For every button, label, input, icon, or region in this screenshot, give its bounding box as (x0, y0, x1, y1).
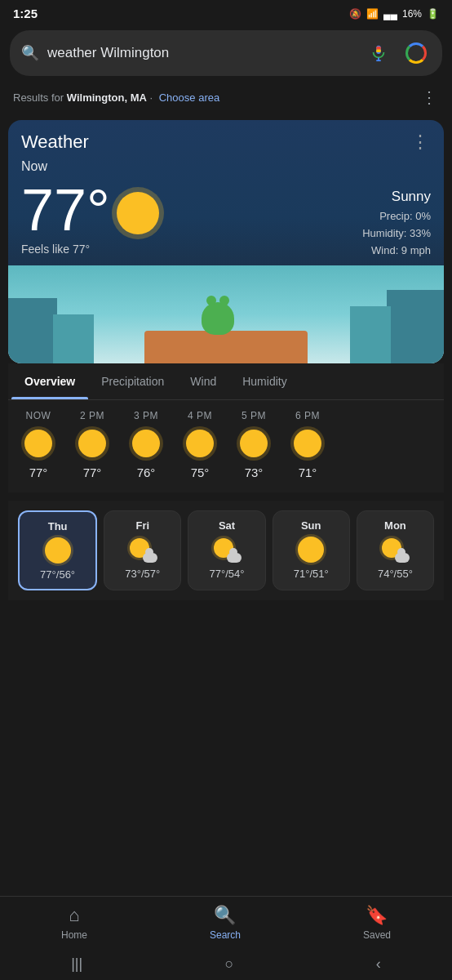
weather-header: Weather ⋮ (8, 120, 444, 159)
hour-sun-3 (186, 430, 214, 457)
day-sun-mon (382, 537, 408, 563)
results-location: Wilmington, MA (67, 91, 147, 104)
weather-main: 77° Feels like 77° Sunny Precip: 0% Humi… (8, 177, 444, 259)
sun-icon-large (117, 192, 159, 234)
status-time: 1:25 (13, 7, 38, 20)
nav-home[interactable]: ⌂ Home (61, 905, 87, 941)
tab-humidity[interactable]: Humidity (229, 363, 299, 399)
day-card-sun[interactable]: Sun 71°/51° (273, 510, 350, 590)
day-temps-fri: 73°/57° (125, 568, 160, 580)
hour-temp-0: 77° (29, 466, 48, 479)
feels-like: Feels like 77° (21, 243, 159, 256)
hour-label-0: NOW (26, 410, 51, 421)
search-query: weather Wilmington (47, 45, 356, 61)
temp-row: 77° (21, 180, 159, 239)
hour-item-4: 5 PM 73° (233, 410, 274, 479)
tab-overview[interactable]: Overview (11, 363, 88, 399)
hour-sun-0 (24, 430, 52, 457)
hour-temp-1: 77° (83, 466, 102, 479)
back-button[interactable]: ‹ (376, 956, 381, 973)
day-card-sat[interactable]: Sat 77°/54° (188, 510, 265, 590)
choose-area-link[interactable]: Choose area (159, 91, 219, 104)
day-temps-sat: 77°/54° (210, 568, 245, 580)
tab-wind[interactable]: Wind (177, 363, 229, 399)
hour-sun-5 (294, 430, 321, 457)
day-sun-fri (130, 537, 156, 563)
hour-item-5: 6 PM 71° (287, 410, 328, 479)
hour-label-3: 4 PM (188, 410, 212, 421)
hour-temp-2: 76° (137, 466, 156, 479)
mic-button[interactable] (364, 38, 393, 68)
nav-saved[interactable]: 🔖 Saved (363, 905, 391, 941)
day-temps-mon: 74°/55° (378, 568, 413, 580)
weather-illustration (8, 265, 444, 363)
daily-row: Thu 77°/56° Fri 73°/57° Sat (18, 510, 434, 590)
bottom-nav: ⌂ Home 🔍 Search 🔖 Saved (0, 896, 452, 947)
results-line: Results for Wilmington, MA · Choose area… (0, 82, 452, 112)
search-nav-icon: 🔍 (214, 905, 236, 926)
hour-label-1: 2 PM (80, 410, 104, 421)
day-name-sun: Sun (301, 519, 321, 532)
recent-apps-button[interactable]: ||| (71, 956, 82, 973)
hour-temp-5: 71° (299, 466, 317, 479)
tab-precipitation[interactable]: Precipitation (88, 363, 177, 399)
search-container: 🔍 weather Wilmington (0, 24, 452, 82)
day-name-thu: Thu (48, 520, 68, 532)
weather-right: Sunny Precip: 0% Humidity: 33% Wind: 9 m… (362, 180, 431, 259)
day-card-mon[interactable]: Mon 74°/55° (357, 510, 434, 590)
results-menu-dots[interactable]: ⋮ (421, 87, 439, 107)
hour-sun-4 (240, 430, 268, 457)
nav-search[interactable]: 🔍 Search (210, 905, 241, 941)
hour-item-1: 2 PM 77° (72, 410, 113, 479)
day-sun-sat (214, 537, 240, 563)
building-right (387, 290, 444, 363)
weather-card: Weather ⋮ Now 77° Feels like 77° Sunny P… (8, 120, 444, 363)
saved-icon: 🔖 (366, 905, 388, 926)
hourly-section: NOW 77° 2 PM 77° 3 PM 76° 4 PM 75° 5 PM … (8, 400, 444, 492)
precip-value: Precip: 0% (362, 208, 431, 225)
daily-section: Thu 77°/56° Fri 73°/57° Sat (8, 501, 444, 600)
humidity-value: Humidity: 33% (362, 225, 431, 243)
battery-icon: 🔋 (427, 8, 439, 20)
day-card-fri[interactable]: Fri 73°/57° (104, 510, 181, 590)
day-name-mon: Mon (384, 519, 406, 532)
weather-title: Weather (21, 131, 89, 153)
illustration-background (8, 265, 444, 363)
weather-menu-dots[interactable]: ⋮ (411, 131, 431, 153)
day-name-fri: Fri (135, 519, 149, 532)
building-right2 (350, 306, 391, 363)
hourly-row: NOW 77° 2 PM 77° 3 PM 76° 4 PM 75° 5 PM … (8, 410, 444, 479)
day-sun-thu (45, 537, 71, 564)
status-bar: 1:25 🔕 📶 ▄▄ 16% 🔋 (0, 0, 452, 24)
day-card-thu[interactable]: Thu 77°/56° (18, 510, 97, 590)
nav-home-label: Home (61, 929, 87, 941)
hour-label-5: 6 PM (295, 410, 320, 421)
hour-sun-2 (132, 430, 160, 457)
deck (144, 331, 308, 363)
hour-label-2: 3 PM (134, 410, 158, 421)
battery-label: 16% (402, 8, 422, 20)
building-left (8, 298, 57, 363)
mute-icon: 🔕 (349, 8, 361, 20)
hour-sun-1 (78, 430, 106, 457)
tabs-container: Overview Precipitation Wind Humidity (8, 363, 444, 400)
condition-details: Precip: 0% Humidity: 33% Wind: 9 mph (362, 208, 431, 259)
lens-button[interactable] (401, 38, 431, 68)
home-icon: ⌂ (69, 905, 79, 926)
frog-character (202, 302, 234, 335)
search-bar[interactable]: 🔍 weather Wilmington (10, 30, 442, 76)
day-name-sat: Sat (219, 519, 235, 532)
day-sun-sun (298, 537, 324, 563)
tabs-row: Overview Precipitation Wind Humidity (8, 363, 444, 400)
day-temps-sun: 71°/51° (294, 568, 329, 580)
hour-temp-4: 73° (245, 466, 264, 479)
nav-search-label: Search (210, 929, 241, 941)
condition-label: Sunny (362, 189, 431, 205)
day-temps-thu: 77°/56° (40, 568, 75, 581)
signal-icon: ▄▄ (383, 8, 397, 20)
home-button[interactable]: ○ (225, 956, 234, 973)
temperature: 77° (21, 180, 110, 239)
hour-temp-3: 75° (191, 466, 210, 479)
system-nav: ||| ○ ‹ (0, 947, 452, 980)
results-prefix: Results for (13, 91, 64, 104)
